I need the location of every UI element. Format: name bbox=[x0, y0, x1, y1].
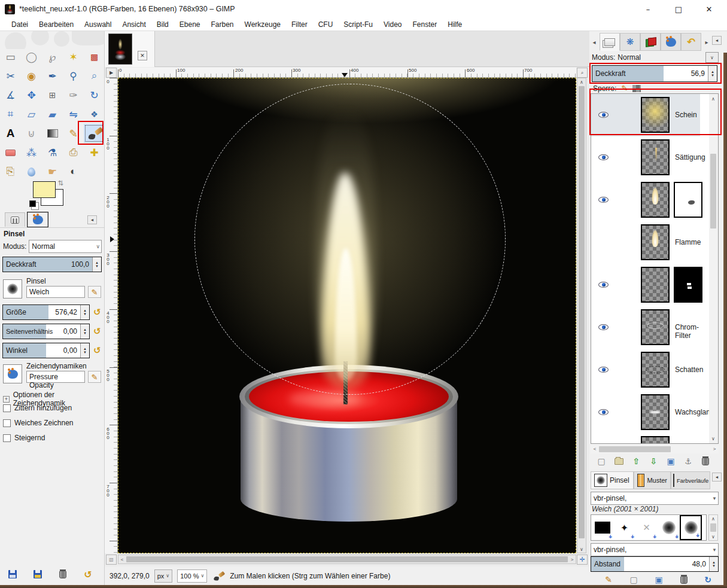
layer-name[interactable]: Flamme bbox=[675, 238, 701, 246]
scroll-left-icon[interactable]: < bbox=[118, 555, 126, 563]
scrollbar-thumb[interactable] bbox=[599, 446, 671, 452]
horizontal-ruler[interactable]: 0 100 200 300 400 500 600 700 bbox=[118, 68, 576, 78]
tool-eraser[interactable] bbox=[0, 143, 21, 162]
tool-paths[interactable]: ✒ bbox=[42, 66, 63, 86]
scroll-up-icon[interactable]: ∧ bbox=[577, 78, 586, 86]
anchor-layer-button[interactable]: ⚓ bbox=[681, 455, 695, 468]
visibility-eye-icon[interactable] bbox=[598, 367, 609, 373]
tool-rect-select[interactable]: ▭ bbox=[0, 47, 21, 66]
tool-cage-transform[interactable]: ❖ bbox=[84, 105, 105, 124]
reset-size-button[interactable]: ↺ bbox=[93, 307, 101, 318]
canvas-vertical-scrollbar[interactable]: ∧ ∨ bbox=[577, 78, 586, 553]
reset-tool-options-button[interactable]: ↺ bbox=[81, 568, 95, 580]
layer-opacity-spinner[interactable]: ▲ ▼ bbox=[708, 66, 717, 81]
swap-colors-icon[interactable]: ⇄ bbox=[57, 180, 65, 185]
menu-auswahl[interactable]: Auswahl bbox=[79, 19, 117, 30]
layer-mode-value[interactable]: Normal bbox=[618, 53, 641, 62]
brush-item-star[interactable]: ✦ + bbox=[613, 515, 635, 540]
ruler-corner-menu-button[interactable]: ▶ bbox=[106, 68, 117, 78]
visibility-eye-icon[interactable] bbox=[598, 154, 609, 160]
scroll-up-icon[interactable]: ∧ bbox=[709, 95, 717, 102]
menu-ansicht[interactable]: Ansicht bbox=[117, 19, 151, 30]
layer-row-chrom-filter[interactable]: Chrom-Filter bbox=[591, 306, 700, 349]
tool-gradient[interactable] bbox=[42, 124, 63, 143]
layer-name[interactable]: Wachsglanz bbox=[675, 408, 714, 416]
tool-pencil[interactable]: ✎ bbox=[63, 124, 84, 143]
tab-gradients[interactable]: Farbverläufe bbox=[671, 471, 710, 489]
scroll-up-icon[interactable]: ∧ bbox=[709, 516, 717, 522]
tool-color-picker[interactable]: ⚲ bbox=[63, 66, 84, 86]
menu-farben[interactable]: Farben bbox=[206, 19, 239, 30]
default-colors-icon[interactable] bbox=[29, 200, 36, 207]
tool-free-select[interactable]: ℘ bbox=[42, 47, 63, 66]
scroll-right-icon[interactable]: > bbox=[711, 445, 717, 453]
brushes-collapse-button[interactable]: ◄ bbox=[712, 473, 722, 482]
delete-layer-button[interactable] bbox=[698, 455, 713, 468]
tool-text[interactable]: A bbox=[0, 124, 21, 143]
tool-paintbrush[interactable] bbox=[84, 124, 105, 143]
spacing-slider[interactable]: Abstand 48,0 ▲ ▼ bbox=[591, 556, 719, 572]
menu-bild[interactable]: Bild bbox=[151, 19, 174, 30]
scroll-down-icon[interactable]: ∨ bbox=[709, 435, 717, 442]
scroll-right-icon[interactable]: > bbox=[568, 555, 576, 563]
brush-item-block[interactable]: + bbox=[591, 515, 613, 540]
canvas[interactable] bbox=[118, 78, 576, 553]
jitter-checkbox[interactable] bbox=[3, 404, 11, 412]
delete-tool-preset-button[interactable] bbox=[56, 568, 69, 580]
edit-brush-button[interactable]: ✎ bbox=[88, 286, 101, 298]
layer-row-schatten[interactable]: Schatten bbox=[591, 349, 700, 391]
scroll-left-icon[interactable]: < bbox=[592, 445, 598, 453]
angle-spinner[interactable]: ▲ ▼ bbox=[80, 343, 89, 358]
tool-measure[interactable]: ∡ bbox=[0, 86, 21, 105]
size-slider[interactable]: Größe 576,42 ▲ ▼ bbox=[2, 304, 90, 320]
brush-name-field[interactable]: Weich bbox=[26, 286, 85, 298]
layer-thumbnail[interactable] bbox=[641, 139, 670, 175]
layer-row-masked-flame[interactable] bbox=[591, 179, 700, 221]
tool-align[interactable]: ⊞ bbox=[42, 86, 63, 105]
layer-name[interactable]: Schatten bbox=[675, 365, 703, 374]
menu-datei[interactable]: Datei bbox=[6, 19, 34, 30]
layer-thumbnail[interactable] bbox=[641, 224, 670, 260]
brush-set-combo[interactable]: vbr-pinsel, ▼ bbox=[591, 492, 719, 505]
paint-mode-combo[interactable]: Normal ∨ bbox=[29, 240, 102, 253]
scrollbar-thumb[interactable] bbox=[579, 86, 585, 538]
tool-airbrush[interactable]: ⁂ bbox=[21, 143, 42, 162]
zoom-combo[interactable]: 100 % ∨ bbox=[177, 569, 207, 583]
menu-hilfe[interactable]: Hilfe bbox=[442, 19, 467, 30]
dynamics-name-field[interactable]: Pressure Opacity bbox=[26, 371, 85, 383]
quick-mask-toggle[interactable]: ▧ bbox=[106, 555, 117, 565]
incremental-checkbox[interactable] bbox=[3, 434, 11, 442]
layer-row-partial[interactable] bbox=[591, 434, 700, 444]
visibility-eye-icon[interactable] bbox=[598, 112, 609, 118]
edit-brush-button[interactable]: ✎ bbox=[601, 573, 616, 586]
lower-layer-button[interactable]: ⇩ bbox=[646, 455, 661, 468]
layer-row-flamme[interactable]: Flamme bbox=[591, 221, 700, 264]
foreground-color-swatch[interactable] bbox=[33, 181, 56, 198]
layer-name[interactable]: Sättigung bbox=[675, 153, 705, 162]
visibility-eye-icon[interactable] bbox=[598, 324, 609, 330]
menu-video[interactable]: Video bbox=[378, 19, 407, 30]
tab-layers[interactable] bbox=[600, 33, 620, 51]
layer-mask-thumbnail[interactable] bbox=[674, 267, 702, 303]
zoom-image-window-button[interactable]: ⌕ bbox=[577, 68, 588, 78]
menu-bearbeiten[interactable]: Bearbeiten bbox=[34, 19, 79, 30]
brush-item-cross[interactable]: ✕ + bbox=[635, 515, 658, 540]
layers-horizontal-scrollbar[interactable]: < > bbox=[591, 445, 719, 453]
tab-paths[interactable]: ❋ bbox=[620, 33, 640, 51]
tool-zoom[interactable]: ⌕ bbox=[84, 66, 105, 86]
tool-ink[interactable]: ⚗ bbox=[42, 143, 63, 162]
maximize-button[interactable]: □ bbox=[665, 1, 692, 17]
layer-opacity-slider[interactable]: Deckkraft 56,9 ▲ ▼ bbox=[592, 65, 717, 82]
dock-collapse-button[interactable]: ◄ bbox=[712, 36, 722, 45]
save-tool-preset-button[interactable] bbox=[6, 568, 19, 580]
menu-filter[interactable]: Filter bbox=[286, 19, 313, 30]
tool-clone[interactable]: ⎙ bbox=[63, 143, 84, 162]
reset-angle-button[interactable]: ↺ bbox=[93, 345, 101, 356]
smooth-stroke-checkbox-row[interactable]: Weiches Zeichnen bbox=[3, 419, 74, 427]
refresh-brushes-button[interactable]: ↻ bbox=[701, 573, 715, 586]
visibility-eye-icon[interactable] bbox=[598, 282, 609, 288]
menu-scriptfu[interactable]: Script-Fu bbox=[338, 19, 378, 30]
restore-tool-preset-button[interactable] bbox=[31, 568, 44, 580]
tool-rotate[interactable]: ↻ bbox=[84, 86, 105, 105]
delete-brush-button[interactable] bbox=[677, 573, 691, 586]
